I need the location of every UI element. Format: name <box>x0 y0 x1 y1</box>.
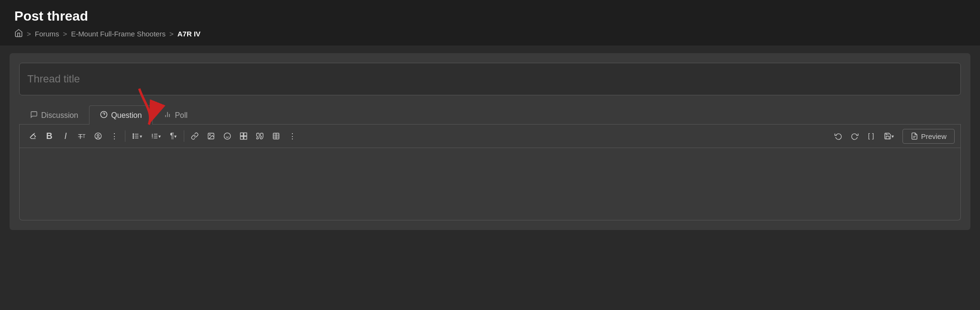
bold-icon: B <box>46 131 53 141</box>
ordered-list-button[interactable]: 3. ▾ <box>147 128 165 144</box>
breadcrumb-sep-3: > <box>169 30 174 38</box>
quote-button[interactable] <box>252 128 267 144</box>
undo-button[interactable] <box>831 128 846 144</box>
bold-button[interactable]: B <box>42 128 57 144</box>
media-button[interactable] <box>236 128 251 144</box>
svg-point-20 <box>210 135 211 136</box>
table-button[interactable] <box>268 128 284 144</box>
bullet-list-button[interactable]: ▾ <box>128 128 146 144</box>
more-format-button[interactable]: ⋮ <box>107 128 122 144</box>
strikethrough-button[interactable]: T T <box>74 128 89 144</box>
more-icon: ⋮ <box>289 132 296 141</box>
preview-label: Preview <box>921 132 947 140</box>
breadcrumb-forums[interactable]: Forums <box>35 30 59 38</box>
color-button[interactable] <box>90 128 106 144</box>
editor-area: B I T T ⋮ <box>19 125 961 220</box>
tabs: Discussion Question Poll <box>19 105 961 125</box>
svg-rect-24 <box>240 133 243 136</box>
breadcrumb-current: A7R IV <box>178 30 200 38</box>
save-button[interactable]: ▾ <box>880 128 898 144</box>
question-icon <box>100 111 108 120</box>
eraser-button[interactable] <box>25 128 41 144</box>
svg-point-8 <box>97 135 99 137</box>
emoji-button[interactable] <box>220 128 235 144</box>
preview-button[interactable]: Preview <box>902 129 955 144</box>
svg-rect-25 <box>244 133 247 136</box>
strikethrough-icon: T <box>78 132 82 140</box>
page-title: Post thread <box>14 9 966 24</box>
tab-poll-label: Poll <box>175 111 188 120</box>
editor-body[interactable] <box>20 148 960 220</box>
tab-question-label: Question <box>111 111 142 120</box>
toolbar: B I T T ⋮ <box>20 125 960 148</box>
poll-icon <box>164 111 171 120</box>
breadcrumb: > Forums > E-Mount Full-Frame Shooters >… <box>14 29 966 39</box>
content-area: Discussion Question Poll <box>10 53 970 230</box>
svg-rect-26 <box>240 137 243 139</box>
tab-question[interactable]: Question <box>89 105 153 125</box>
svg-rect-27 <box>244 137 247 139</box>
svg-point-21 <box>224 133 230 139</box>
paragraph-icon: ¶ <box>170 132 174 140</box>
breadcrumb-sep-1: > <box>27 30 31 38</box>
separator-2 <box>184 130 184 142</box>
page-header: Post thread > Forums > E-Mount Full-Fram… <box>0 0 980 46</box>
tab-poll[interactable]: Poll <box>153 105 199 125</box>
tab-discussion[interactable]: Discussion <box>19 105 89 125</box>
redo-button[interactable] <box>847 128 862 144</box>
paragraph-button[interactable]: ¶ ▾ <box>166 128 181 144</box>
breadcrumb-sep-2: > <box>63 30 67 38</box>
more-format-icon: ⋮ <box>111 132 118 141</box>
italic-icon: I <box>64 131 67 141</box>
home-icon[interactable] <box>14 29 23 39</box>
svg-point-13 <box>133 136 134 137</box>
italic-button[interactable]: I <box>58 128 73 144</box>
toolbar-right: [] ▾ Preview <box>831 128 955 144</box>
discussion-icon <box>30 111 38 120</box>
separator-1 <box>125 130 125 142</box>
breadcrumb-category[interactable]: E-Mount Full-Frame Shooters <box>71 30 166 38</box>
image-button[interactable] <box>203 128 219 144</box>
link-button[interactable] <box>187 128 202 144</box>
code-icon: [] <box>867 132 875 140</box>
svg-point-12 <box>133 134 134 135</box>
more-button[interactable]: ⋮ <box>285 128 300 144</box>
svg-text:3.: 3. <box>152 137 154 139</box>
thread-title-input[interactable] <box>19 63 961 95</box>
code-button[interactable]: [] <box>863 128 879 144</box>
svg-point-14 <box>133 138 134 138</box>
tab-discussion-label: Discussion <box>41 111 78 120</box>
